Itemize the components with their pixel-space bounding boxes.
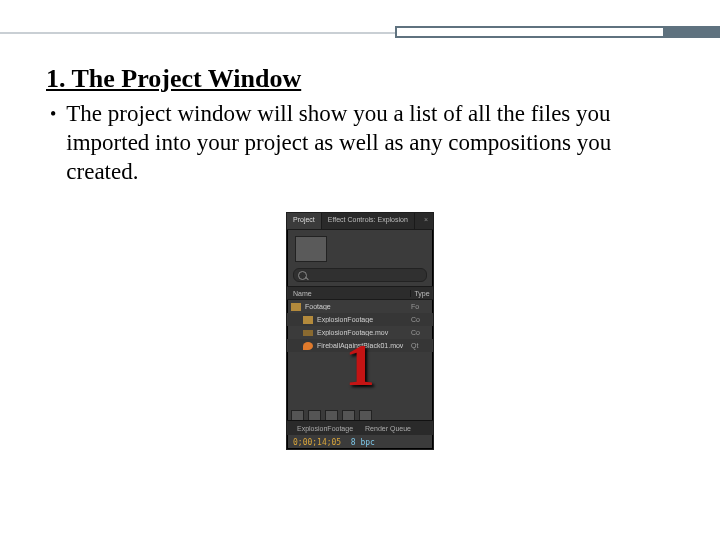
project-panel-screenshot: Project Effect Controls: Explosion × Nam…	[286, 212, 434, 450]
panel-footer-tabs: ExplosionFootage Render Queue	[287, 420, 433, 435]
bit-depth-button[interactable]	[342, 410, 355, 421]
decoration-line	[0, 32, 395, 34]
project-row[interactable]: ExplosionFootageCo	[287, 313, 433, 326]
bar-icon	[303, 330, 313, 336]
bullet-item: • The project window will show you a lis…	[46, 100, 674, 186]
row-name: FireballAgainstBlack01.mov	[317, 342, 411, 349]
folder-icon	[291, 303, 301, 311]
row-name: Footage	[305, 303, 411, 310]
footer-tab-render-queue[interactable]: Render Queue	[365, 425, 411, 432]
search-input[interactable]	[293, 268, 427, 282]
fire-icon	[303, 342, 313, 350]
decoration-box-filled	[665, 26, 720, 38]
project-row[interactable]: ExplosionFootage.movCo	[287, 326, 433, 339]
footage-thumbnail	[295, 236, 327, 262]
new-folder-button[interactable]	[308, 410, 321, 421]
project-row[interactable]: FireballAgainstBlack01.movQt	[287, 339, 433, 352]
tab-project[interactable]: Project	[287, 213, 322, 229]
slide-heading: 1. The Project Window	[46, 64, 674, 94]
tab-effect-controls[interactable]: Effect Controls: Explosion	[322, 213, 415, 229]
footer-tab-composition[interactable]: ExplosionFootage	[293, 425, 353, 432]
slide-top-decoration	[0, 26, 720, 42]
new-comp-button[interactable]	[325, 410, 338, 421]
row-name: ExplosionFootage.mov	[317, 329, 411, 336]
column-name[interactable]: Name	[287, 290, 410, 297]
comp-icon	[303, 316, 313, 324]
bullet-text: The project window will show you a list …	[66, 100, 674, 186]
column-headers: Name Type	[287, 286, 433, 300]
panel-tabs: Project Effect Controls: Explosion ×	[287, 213, 433, 230]
row-type: Co	[411, 329, 433, 336]
slide-content: 1. The Project Window • The project wind…	[46, 64, 674, 186]
slide: 1. The Project Window • The project wind…	[0, 0, 720, 540]
row-name: ExplosionFootage	[317, 316, 411, 323]
delete-button[interactable]	[359, 410, 372, 421]
panel-menu-icon[interactable]: ×	[419, 213, 433, 229]
search-icon	[298, 271, 307, 280]
timecode-readout[interactable]: 0;00;14;05 8 bpc	[293, 438, 375, 447]
project-item-list: FootageFoExplosionFootageCoExplosionFoot…	[287, 300, 433, 352]
column-type[interactable]: Type	[410, 290, 433, 297]
row-type: Qt	[411, 342, 433, 349]
row-type: Co	[411, 316, 433, 323]
decoration-box-outline	[395, 26, 665, 38]
bullet-dot-icon: •	[50, 100, 56, 186]
interpret-footage-button[interactable]	[291, 410, 304, 421]
project-row[interactable]: FootageFo	[287, 300, 433, 313]
row-type: Fo	[411, 303, 433, 310]
